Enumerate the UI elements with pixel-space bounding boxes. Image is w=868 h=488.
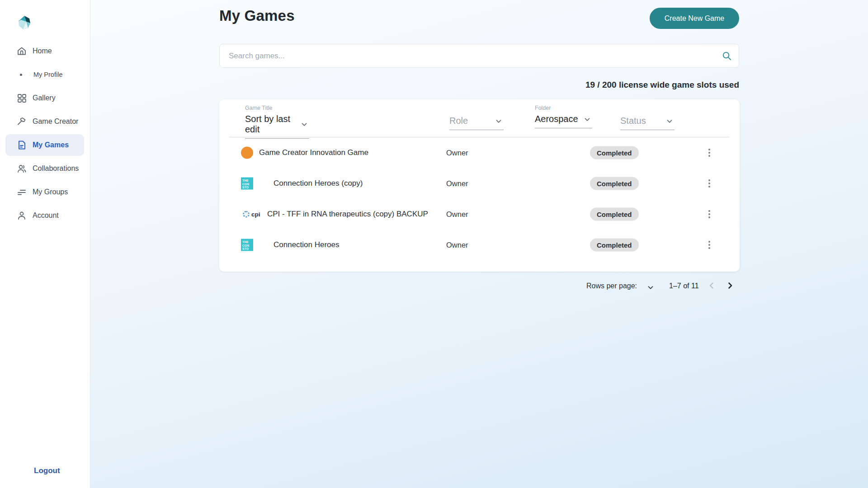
bars-icon	[16, 187, 27, 197]
sidebar-nav: Home My Profile Gallery Game Creator	[0, 39, 90, 227]
game-title: Game Creator Innovation Game	[259, 148, 368, 157]
sidebar-item-label: Collaborations	[33, 164, 79, 173]
create-new-game-button[interactable]: Create New Game	[650, 8, 739, 29]
sort-select[interactable]: Sort by last edit	[245, 114, 309, 139]
bullet-dot	[20, 74, 22, 76]
sidebar-item-my-games[interactable]: My Games	[0, 133, 90, 157]
game-title: Connection Heroes	[274, 240, 340, 249]
game-title: CPI - TFF in RNA therapeutics (copy) BAC…	[267, 210, 428, 219]
sidebar-item-label: Account	[33, 211, 59, 220]
sort-select-value: Sort by last edit	[245, 114, 299, 135]
status-badge: Completed	[590, 208, 639, 221]
rows-per-page-chevron-down-icon[interactable]	[646, 282, 656, 292]
chevron-down-icon	[299, 119, 309, 129]
game-avatar: THE CON STO	[241, 239, 253, 251]
chevron-down-icon	[494, 116, 504, 126]
grid-icon	[16, 93, 27, 103]
status-select-placeholder: Status	[620, 116, 646, 126]
game-role: Owner	[446, 149, 468, 157]
search-input[interactable]	[219, 44, 739, 68]
sidebar-item-gallery[interactable]: Gallery	[0, 86, 90, 110]
hammer-icon	[16, 116, 27, 127]
sidebar-item-home[interactable]: Home	[0, 39, 90, 63]
sidebar: Home My Profile Gallery Game Creator	[0, 0, 90, 488]
sidebar-item-label: Home	[33, 47, 52, 55]
status-badge: Completed	[590, 239, 639, 252]
game-title-filter-label: Game Title	[245, 105, 272, 111]
game-role: Owner	[446, 210, 468, 219]
rows-per-page-label: Rows per page:	[586, 282, 637, 290]
row-menu-kebab-icon[interactable]	[704, 208, 715, 221]
sidebar-item-my-profile[interactable]: My Profile	[0, 63, 90, 86]
game-avatar: cpi	[243, 211, 260, 218]
game-title: Connection Heroes (copy)	[274, 179, 363, 188]
role-select-placeholder: Role	[449, 116, 468, 126]
game-avatar	[241, 147, 253, 159]
folder-filter-label: Folder	[535, 105, 551, 111]
table-row[interactable]: Game Creator Innovation Game Owner Compl…	[219, 137, 740, 168]
sidebar-item-label: My Profile	[33, 71, 62, 78]
status-select[interactable]: Status	[620, 116, 675, 130]
role-select[interactable]: Role	[449, 116, 504, 130]
search-icon[interactable]	[722, 51, 732, 61]
game-role: Owner	[446, 179, 468, 188]
people-icon	[16, 163, 27, 174]
folder-select-value: Aerospace	[535, 114, 578, 124]
home-icon	[16, 46, 27, 56]
games-table-card: Game Title Sort by last edit Role Folder…	[219, 99, 740, 272]
previous-page-chevron-left-icon[interactable]	[706, 280, 717, 291]
license-usage-text: 19 / 200 license wide game slots used	[219, 80, 739, 90]
app-logo-gem-icon	[17, 15, 32, 30]
next-page-chevron-right-icon[interactable]	[725, 280, 736, 291]
document-icon	[16, 140, 27, 150]
status-badge: Completed	[590, 177, 639, 190]
table-row[interactable]: THE CON STO Connection Heroes (copy) Own…	[219, 168, 740, 199]
row-menu-kebab-icon[interactable]	[704, 146, 715, 159]
chevron-down-icon	[665, 116, 675, 126]
search-bar	[219, 44, 739, 68]
sidebar-item-my-groups[interactable]: My Groups	[0, 180, 90, 204]
logout-link[interactable]: Logout	[34, 466, 60, 475]
cpi-logo-icon	[243, 211, 250, 218]
table-row[interactable]: cpi CPI - TFF in RNA therapeutics (copy)…	[219, 199, 740, 230]
row-menu-kebab-icon[interactable]	[704, 239, 715, 251]
sidebar-item-label: Game Creator	[33, 117, 78, 126]
sidebar-item-game-creator[interactable]: Game Creator	[0, 110, 90, 133]
sidebar-item-label: Gallery	[33, 94, 56, 102]
pagination: Rows per page: 1–7 of 11	[583, 279, 740, 293]
table-row[interactable]: THE CON STO Connection Heroes Owner Comp…	[219, 230, 740, 260]
status-badge: Completed	[590, 146, 639, 160]
row-menu-kebab-icon[interactable]	[704, 177, 715, 190]
sidebar-item-collaborations[interactable]: Collaborations	[0, 157, 90, 180]
game-avatar: THE CON STO	[241, 178, 253, 190]
page-title: My Games	[219, 7, 295, 24]
chevron-down-icon	[582, 114, 592, 124]
game-role: Owner	[446, 241, 468, 249]
sidebar-item-account[interactable]: Account	[0, 204, 90, 227]
pagination-range-label: 1–7 of 11	[669, 282, 699, 290]
folder-select[interactable]: Aerospace	[535, 114, 592, 128]
sidebar-item-label: My Groups	[33, 188, 68, 196]
person-icon	[16, 210, 27, 221]
sidebar-item-label: My Games	[33, 141, 69, 149]
